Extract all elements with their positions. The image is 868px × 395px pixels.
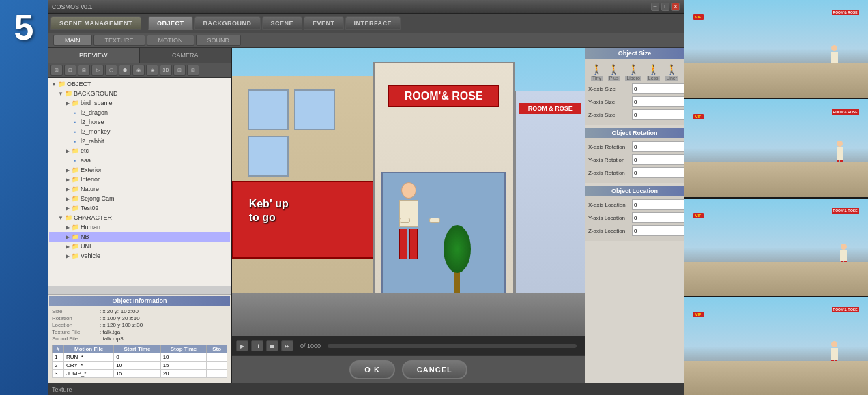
size-icon-plus[interactable]: 🚶 Plus: [608, 64, 620, 81]
prev-scene-3: VIP ROOM'& ROSE: [684, 199, 868, 296]
toolbar-btn-10[interactable]: ⊞: [173, 65, 186, 76]
toolbar-btn-9[interactable]: 3D: [160, 65, 172, 76]
size-icon-less[interactable]: 🚶 Less: [647, 64, 660, 81]
toolbar-btn-6[interactable]: ⬢: [119, 65, 131, 76]
tree-item-uni[interactable]: ▶ 📁 UNI: [49, 242, 230, 251]
tree-item-birdspaniel[interactable]: ▶ 📁 bird_spaniel: [49, 98, 230, 108]
toolbar-btn-5[interactable]: ⬡: [105, 65, 117, 76]
number-label: 5: [14, 7, 34, 48]
file-icon: ▪: [71, 108, 79, 117]
next-button[interactable]: ⏭: [281, 340, 293, 351]
prev-body-3: [840, 250, 847, 261]
tree-item-l2dragon[interactable]: ▪ l2_dragon: [49, 108, 230, 117]
vip-badge-3: VIP: [693, 213, 704, 218]
expand-icon: ▶: [64, 166, 71, 173]
info-row-rotation: Rotation : x:100 y:30 z:10: [49, 315, 230, 321]
object-info-title: Object Information: [49, 296, 230, 306]
panel-tab-camera[interactable]: CAMERA: [140, 48, 232, 63]
tab-scene[interactable]: SCENE: [262, 16, 303, 30]
tree-label: Vehicle: [81, 252, 100, 259]
file-icon: ▪: [71, 118, 79, 126]
tree-view[interactable]: ▼ 📁 OBJECT ▼ 📁 BACKGROUND ▶ 📁 bird_spani…: [48, 78, 231, 286]
toolbar-btn-2[interactable]: ⊟: [64, 65, 76, 76]
close-button[interactable]: ✕: [671, 3, 680, 11]
folder-icon: 📁: [71, 194, 79, 203]
expand-icon: ▼: [57, 214, 64, 221]
tab-interface[interactable]: INTERFACE: [345, 16, 401, 30]
ysize-input[interactable]: [632, 96, 684, 107]
tree-item-aaa[interactable]: ▪ aaa: [49, 156, 230, 165]
xloc-input[interactable]: [632, 199, 684, 210]
tree-label: BACKGROUND: [74, 90, 118, 97]
tree-item-l2rabbit[interactable]: ▪ l2_rabbit: [49, 136, 230, 146]
info-value-sound: : talk.mp3: [100, 336, 124, 342]
ok-button[interactable]: O K: [349, 360, 395, 379]
person-tiny-icon: 🚶: [591, 64, 603, 75]
toolbar-btn-11[interactable]: ⊞: [187, 65, 199, 76]
timeline-slider[interactable]: [328, 344, 577, 348]
tree-item-human[interactable]: ▶ 📁 Human: [49, 222, 230, 232]
toolbar-btn-8[interactable]: ◈: [146, 65, 158, 76]
info-row-location: Location : x:120 y:100 z:30: [49, 322, 230, 328]
subtab-sound[interactable]: SOUND: [196, 35, 242, 46]
tree-item-l2horse[interactable]: ▪ l2_horse: [49, 117, 230, 127]
size-icon-tiny[interactable]: 🚶 Tiny: [591, 64, 603, 81]
tree-item-object[interactable]: ▼ 📁 OBJECT: [49, 79, 230, 89]
yloc-input[interactable]: [632, 212, 684, 223]
zsize-input[interactable]: [632, 109, 684, 120]
minimize-button[interactable]: ─: [651, 3, 659, 11]
tree-label: Exterior: [81, 166, 102, 173]
prop-label-yrot: Y-axis Rotation: [588, 157, 629, 163]
subtab-motion[interactable]: MOTION: [147, 35, 194, 46]
subtab-texture[interactable]: TEXTURE: [93, 35, 145, 46]
viewport[interactable]: Keb' upto go ROOM'& ROSE: [232, 48, 585, 336]
tree-item-interior[interactable]: ▶ 📁 Interior: [49, 175, 230, 184]
tab-scene-management[interactable]: SCENE MANAGEMENT: [50, 16, 141, 30]
tree-item-background[interactable]: ▼ 📁 BACKGROUND: [49, 89, 230, 98]
pause-button[interactable]: ⏸: [251, 340, 263, 351]
tree-item-nature[interactable]: ▶ 📁 Nature: [49, 184, 230, 194]
info-label-sound: Sound File: [52, 336, 100, 342]
size-icon-libero[interactable]: 🚶 Libero: [625, 64, 641, 81]
expand-icon: ▶: [64, 205, 71, 211]
play-button[interactable]: ▶: [236, 340, 248, 351]
tree-item-l2monkey[interactable]: ▪ l2_monkey: [49, 127, 230, 136]
scroll-area[interactable]: [48, 286, 231, 294]
character-model: [388, 182, 429, 264]
tree-item-test02[interactable]: ▶ 📁 Test02: [49, 203, 230, 213]
stop-button[interactable]: ⏹: [266, 340, 278, 351]
subtab-main[interactable]: MAIN: [53, 35, 92, 46]
tab-event[interactable]: EVENT: [304, 16, 344, 30]
prop-section-location: Object Location X-axis Location ▲ ▼ Y-ax…: [585, 186, 684, 241]
window: [294, 89, 335, 130]
prev-head-2: [837, 141, 843, 147]
tree-label: aaa: [81, 157, 91, 164]
tree-item-sejong[interactable]: ▶ 📁 Sejong Cam: [49, 194, 230, 203]
tree-item-exterior[interactable]: ▶ 📁 Exterior: [49, 165, 230, 175]
tree-item-vehicle[interactable]: ▶ 📁 Vehicle: [49, 251, 230, 261]
person-liner-icon: 🚶: [666, 64, 678, 75]
yrot-input[interactable]: [632, 154, 684, 165]
tab-object[interactable]: OBJECT: [148, 16, 193, 30]
tree-item-character[interactable]: ▼ 📁 CHARACTER: [49, 213, 230, 222]
motion-col-start: Start Time: [114, 345, 160, 353]
maximize-button[interactable]: □: [661, 3, 669, 11]
toolbar-btn-7[interactable]: ◉: [132, 65, 145, 76]
tree-label: bird_spaniel: [81, 100, 114, 106]
tree-item-nb[interactable]: ▶ 📁 NB: [49, 232, 230, 242]
size-icon-liner[interactable]: 🚶 Liner: [665, 64, 678, 81]
toolbar-btn-3[interactable]: ⊠: [78, 65, 90, 76]
zloc-input[interactable]: [632, 225, 684, 236]
cancel-button[interactable]: CANCEL: [402, 360, 467, 379]
motion-col-sto: Sto: [207, 345, 227, 353]
tab-background[interactable]: BACKGROUND: [194, 16, 261, 30]
prop-section-size: Object Size 🚶 Tiny 🚶 Plus 🚶: [585, 48, 684, 125]
prev-body-2: [837, 147, 843, 160]
xsize-input[interactable]: [632, 83, 684, 94]
xrot-input[interactable]: [632, 141, 684, 152]
tree-item-etc[interactable]: ▶ 📁 etc: [49, 146, 230, 156]
toolbar-btn-1[interactable]: ⊞: [50, 65, 63, 76]
panel-tab-preview[interactable]: PREVIEW: [48, 48, 140, 63]
toolbar-btn-4[interactable]: ▷: [91, 65, 104, 76]
zrot-input[interactable]: [632, 167, 684, 178]
